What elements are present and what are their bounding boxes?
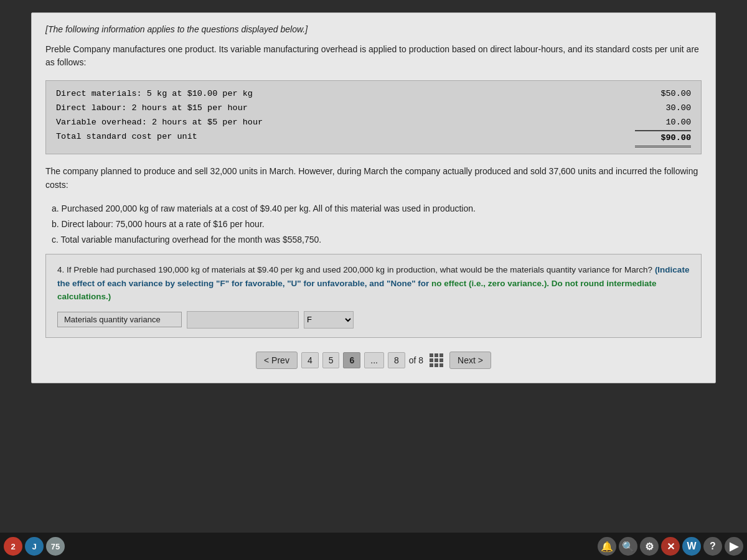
question-body: If Preble had purchased 190,000 kg of ma… bbox=[67, 265, 652, 274]
cost-row-3-value: 10.00 bbox=[635, 116, 691, 131]
actual-cost-b-label: b. bbox=[52, 219, 62, 229]
actual-cost-c-label: c. bbox=[52, 235, 61, 245]
cost-row-2-value: 30.00 bbox=[635, 101, 691, 116]
taskbar-arrow-icon[interactable]: ▶ bbox=[725, 537, 743, 556]
question-number: 4. bbox=[57, 265, 64, 274]
taskbar-notification-icon[interactable]: 🔔 bbox=[598, 537, 616, 556]
page-5[interactable]: 5 bbox=[322, 352, 340, 368]
page-8[interactable]: 8 bbox=[388, 352, 405, 368]
grid-icon[interactable] bbox=[430, 353, 443, 367]
actual-cost-b: b. Direct labour: 75,000 hours at a rate… bbox=[52, 217, 702, 232]
page-ellipsis: ... bbox=[364, 352, 384, 368]
intro-text: Preble Company manufactures one product.… bbox=[45, 43, 702, 69]
actual-costs-list: a. Purchased 200,000 kg of raw materials… bbox=[45, 201, 702, 248]
next-button[interactable]: Next > bbox=[449, 352, 491, 369]
page-of: of 8 bbox=[409, 355, 423, 365]
cost-values: $50.00 30.00 10.00 $90.00 bbox=[635, 87, 691, 147]
cost-row-4-value: $90.00 bbox=[635, 131, 691, 147]
actual-cost-c-text: Total variable manufacturing overhead fo… bbox=[61, 235, 322, 245]
taskbar-item-3[interactable]: 75 bbox=[46, 537, 65, 556]
main-content-area: [The following information applies to th… bbox=[31, 12, 716, 383]
cost-row-4-label: Total standard cost per unit bbox=[56, 130, 635, 144]
taskbar-settings-icon[interactable]: ⚙ bbox=[640, 537, 659, 556]
cost-row-2-label: Direct labour: 2 hours at $15 per hour bbox=[56, 101, 635, 116]
pagination-row: < Prev 4 5 6 ... 8 of 8 Next > bbox=[45, 352, 702, 369]
page-4[interactable]: 4 bbox=[301, 352, 319, 368]
taskbar-help-icon[interactable]: ? bbox=[703, 537, 722, 556]
variance-amount-input[interactable] bbox=[187, 311, 299, 329]
variance-effect-dropdown[interactable]: F U None bbox=[304, 311, 354, 329]
cost-table: Direct materials: 5 kg at $10.00 per kg … bbox=[45, 80, 702, 154]
cost-row-1-value: $50.00 bbox=[635, 87, 691, 101]
variance-label: Materials quantity variance bbox=[57, 312, 182, 327]
question-text: 4. If Preble had purchased 190,000 kg of… bbox=[57, 263, 690, 304]
prev-button[interactable]: < Prev bbox=[256, 352, 298, 369]
cost-row-1-label: Direct materials: 5 kg at $10.00 per kg bbox=[56, 87, 635, 101]
planned-text: The company planned to produce and sell … bbox=[45, 164, 702, 192]
taskbar-w-icon[interactable]: W bbox=[682, 537, 701, 556]
actual-cost-a-text: Purchased 200,000 kg of raw materials at… bbox=[62, 203, 476, 213]
taskbar-search-icon[interactable]: 🔍 bbox=[619, 537, 637, 556]
variance-row: Materials quantity variance F U None bbox=[57, 311, 690, 329]
taskbar-close-icon[interactable]: ✕ bbox=[661, 537, 680, 556]
actual-cost-b-text: Direct labour: 75,000 hours at a rate of… bbox=[62, 219, 265, 229]
taskbar-item-2[interactable]: J bbox=[25, 537, 44, 556]
taskbar-item-1[interactable]: 2 bbox=[4, 537, 22, 556]
cost-row-3-label: Variable overhead: 2 hours at $5 per hou… bbox=[56, 116, 635, 130]
actual-cost-a: a. Purchased 200,000 kg of raw materials… bbox=[52, 201, 702, 217]
question-section: 4. If Preble had purchased 190,000 kg of… bbox=[45, 254, 702, 338]
page-6-active[interactable]: 6 bbox=[343, 352, 360, 368]
taskbar: 2 J 75 🔔 🔍 ⚙ ✕ W ? ▶ bbox=[0, 533, 747, 560]
italic-note: [The following information applies to th… bbox=[45, 24, 702, 34]
actual-cost-a-label: a. bbox=[52, 203, 62, 213]
cost-labels: Direct materials: 5 kg at $10.00 per kg … bbox=[56, 87, 635, 147]
actual-cost-c: c. Total variable manufacturing overhead… bbox=[52, 232, 702, 248]
